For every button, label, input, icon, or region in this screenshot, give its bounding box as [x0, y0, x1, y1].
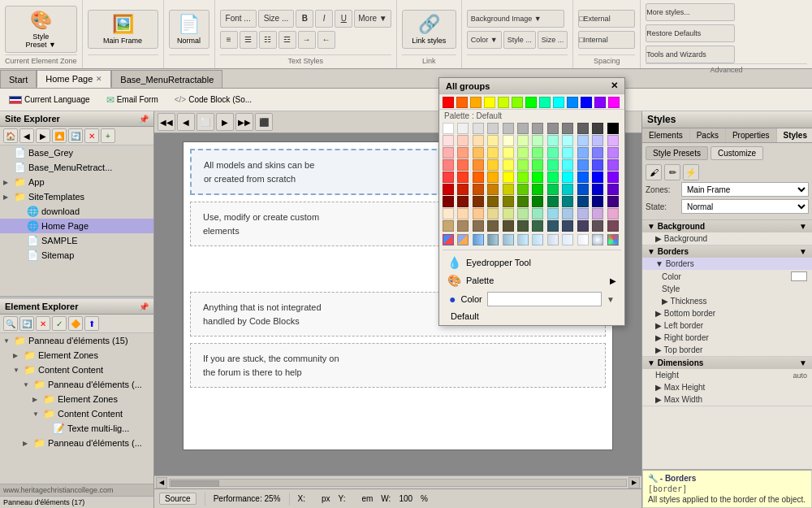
s-t4[interactable]	[547, 172, 559, 183]
s-t2[interactable]	[547, 147, 559, 158]
restore-defaults-btn[interactable]: Restore Defaults	[646, 24, 735, 42]
font-btn[interactable]: Font ...	[220, 10, 257, 28]
color-btn[interactable]: Color ▼	[467, 31, 502, 49]
style-btn[interactable]: Style ...	[503, 31, 536, 49]
color-input[interactable]	[487, 292, 602, 306]
ee-item-contentcontent1[interactable]: ▼ 📁 Content Content	[0, 363, 153, 377]
s-et6[interactable]	[517, 208, 529, 219]
s-et4[interactable]	[487, 208, 499, 219]
prop-color[interactable]: Color	[642, 270, 812, 283]
hscroll-right-btn[interactable]: ▶	[628, 477, 640, 488]
swatch-purple[interactable]	[594, 97, 606, 108]
horizontal-scrollbar[interactable]: ◀ ▶	[154, 475, 641, 488]
se-delete-btn[interactable]: ✕	[84, 128, 99, 143]
s-lg4[interactable]	[532, 147, 543, 158]
s-et12[interactable]	[607, 208, 619, 219]
indent-btn[interactable]: →	[298, 31, 316, 49]
s-r6[interactable]	[457, 159, 469, 171]
s-gradient5[interactable]	[503, 234, 514, 245]
s-lb3[interactable]	[577, 159, 589, 171]
se-home-btn[interactable]: 🏠	[3, 128, 18, 143]
ee-btn2[interactable]: 🔄	[19, 316, 34, 331]
s-dt1[interactable]	[547, 184, 559, 195]
ee-item-elementzones1[interactable]: ▶ 📁 Element Zones	[0, 348, 153, 363]
s-gradient8[interactable]	[547, 234, 559, 245]
s-eb5[interactable]	[503, 220, 514, 232]
s-et1[interactable]	[443, 208, 454, 219]
tab-home-page[interactable]: Home Page ✕	[37, 70, 111, 88]
s-et3[interactable]	[473, 208, 484, 219]
canvas-btn3[interactable]: ⬜	[197, 113, 214, 131]
s-dk10[interactable]	[577, 196, 589, 207]
s-lv4[interactable]	[592, 172, 603, 183]
se-item-app[interactable]: ▶ 📁 App	[0, 175, 153, 189]
swatch-blue2[interactable]	[581, 97, 592, 108]
s-gradient4[interactable]	[487, 234, 499, 245]
s-eb9[interactable]	[562, 220, 573, 232]
s-o2[interactable]	[473, 147, 484, 158]
s-white[interactable]	[443, 123, 454, 134]
background-section-header[interactable]: ▼ Background ▼	[642, 220, 812, 232]
s-dk11[interactable]	[592, 196, 603, 207]
s-o3[interactable]	[473, 159, 484, 171]
palette-item[interactable]: 🎨 Palette ▶	[444, 272, 620, 289]
main-frame-button[interactable]: 🖼️ Main Frame	[88, 10, 158, 49]
se-item-sitemap[interactable]: 📄 Sitemap	[0, 248, 153, 263]
italic-btn[interactable]: I	[315, 10, 333, 28]
s-r3[interactable]	[443, 147, 454, 158]
s-dlp1[interactable]	[607, 184, 619, 195]
more-styles-btn[interactable]: More styles...	[646, 3, 735, 21]
s-gradient7[interactable]	[532, 234, 543, 245]
outdent-btn[interactable]: ←	[317, 31, 335, 49]
s-dk9[interactable]	[562, 196, 573, 207]
s-r1[interactable]	[443, 135, 454, 146]
s-eb6[interactable]	[517, 220, 529, 232]
s-gradient10[interactable]	[577, 234, 589, 245]
s-r8[interactable]	[457, 172, 469, 183]
align-right-btn[interactable]: ☷	[259, 31, 277, 49]
s-gradient11[interactable]	[592, 234, 603, 245]
more-btn[interactable]: More ▼	[354, 10, 391, 28]
internal-btn[interactable]: □ Internal	[578, 31, 635, 49]
s-g4[interactable]	[503, 123, 514, 134]
style-preset-button[interactable]: 🎨 Style Preset ▼	[5, 6, 77, 53]
s-r7[interactable]	[443, 172, 454, 183]
s-et10[interactable]	[577, 208, 589, 219]
s-eb8[interactable]	[547, 220, 559, 232]
s-et2[interactable]	[457, 208, 469, 219]
cp-close-btn[interactable]: ✕	[611, 80, 618, 91]
s-dk2[interactable]	[457, 196, 469, 207]
s-dlv1[interactable]	[592, 184, 603, 195]
s-et9[interactable]	[562, 208, 573, 219]
s-et8[interactable]	[547, 208, 559, 219]
code-block-item[interactable]: </> Code Block (So...	[169, 93, 257, 106]
s-eb7[interactable]	[532, 220, 543, 232]
s-eb10[interactable]	[577, 220, 589, 232]
link-styles-button[interactable]: 🔗 Link styles	[402, 10, 456, 49]
s-eb4[interactable]	[487, 220, 499, 232]
s-c2[interactable]	[562, 147, 573, 158]
s-g2a[interactable]	[517, 159, 529, 171]
canvas-btn6[interactable]: ⬛	[255, 113, 273, 131]
prop-thickness[interactable]: ▶ Thickness	[642, 295, 812, 307]
s-g10[interactable]	[592, 123, 603, 134]
tab-packs[interactable]: Packs	[690, 128, 726, 142]
tab-elements[interactable]: Elements	[642, 128, 690, 142]
external-btn[interactable]: □ External	[578, 10, 635, 28]
style-presets-tab[interactable]: Style Presets	[646, 146, 708, 160]
s-g1[interactable]	[457, 123, 469, 134]
s-eb2[interactable]	[457, 220, 469, 232]
hscroll-left-btn[interactable]: ◀	[156, 477, 167, 488]
s-t1[interactable]	[547, 135, 559, 146]
swatch-yellow1[interactable]	[484, 97, 495, 108]
ee-btn1[interactable]: 🔍	[3, 316, 18, 331]
swatch-teal1[interactable]	[539, 97, 551, 108]
ee-btn6[interactable]: ⬆	[84, 316, 99, 331]
se-up-btn[interactable]: 🔼	[52, 128, 67, 143]
prop-max-height[interactable]: ▶ Max Height	[642, 381, 812, 393]
ee-item-contentcontent2[interactable]: ▼ 📁 Content Content	[0, 406, 153, 421]
prop-top-border[interactable]: ▶ Top border	[642, 344, 812, 356]
se-item-base-grey[interactable]: 📄 Base_Grey	[0, 145, 153, 160]
tab-base-menu[interactable]: Base_MenuRetractable	[111, 70, 222, 88]
prop-height[interactable]: Height auto	[642, 369, 812, 381]
